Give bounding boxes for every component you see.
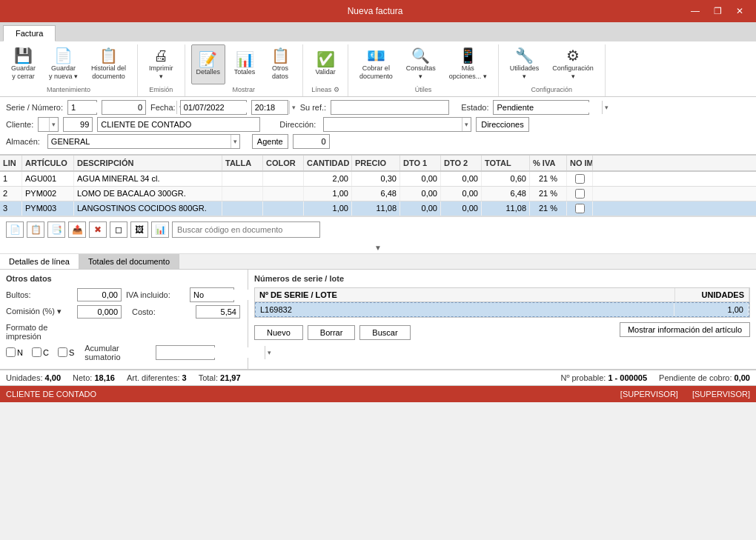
col-descripcion: DESCRIPCIÓN (74, 156, 222, 170)
btn-imprimir[interactable]: 🖨 Imprimir▾ (144, 44, 179, 84)
btn-guardar-nueva[interactable]: 📄 Guardary nueva ▾ (44, 44, 83, 84)
col-dto2: DTO 2 (441, 156, 482, 170)
btn-historial[interactable]: 📋 Historial deldocumento (86, 44, 131, 84)
search-input[interactable] (172, 221, 320, 238)
cliente-arrow[interactable]: ▾ (49, 118, 58, 131)
cell-color (263, 201, 304, 216)
numero-input[interactable] (102, 100, 146, 115)
direcciones-button[interactable]: Direcciones (476, 117, 528, 132)
btn-nuevo[interactable]: Nuevo (254, 325, 303, 340)
hora-input[interactable] (251, 100, 288, 115)
tab-totales-documento[interactable]: Totales del documento (79, 254, 179, 269)
btn-configuracion[interactable]: ⚙ Configuración▾ (547, 44, 599, 84)
serial-row[interactable]: L169832 1,00 (255, 302, 749, 317)
btn-detalles[interactable]: 📝 Detalles (191, 44, 226, 84)
toolbar-image-btn[interactable]: 🖼 (130, 221, 148, 238)
agente-value-input[interactable] (293, 134, 330, 149)
estado-arrow[interactable]: ▾ (602, 101, 611, 114)
formato-impresion-row: Formato de impresión (6, 323, 242, 341)
estado-dropdown[interactable]: ▾ (493, 100, 589, 115)
noimp-checkbox[interactable] (575, 189, 585, 199)
ivainc-dropdown[interactable]: ▾ (190, 287, 234, 302)
validar-icon: ✅ (316, 52, 335, 67)
bultos-input[interactable] (77, 288, 122, 301)
btn-utilidades[interactable]: 🔧 Utilidades▾ (505, 44, 545, 84)
scroll-indicator: ▼ (0, 242, 756, 254)
tab-factura[interactable]: Factura (3, 25, 56, 41)
maximize-button[interactable]: ❐ (707, 4, 728, 19)
total-status: Total: 21,97 (199, 373, 241, 382)
serie-dropdown[interactable]: ▾ (67, 100, 97, 115)
cell-iva: 21 % (530, 172, 567, 186)
tab-detalles-linea[interactable]: Detalles de línea (0, 254, 79, 269)
detalles-icon: 📝 (199, 52, 217, 67)
almacen-input[interactable] (48, 136, 231, 147)
agente-button[interactable]: Agente (252, 134, 288, 149)
costo-input[interactable] (196, 305, 240, 319)
btn-borrar[interactable]: Borrar (308, 325, 356, 340)
almacen-arrow[interactable]: ▾ (231, 135, 239, 148)
cliente-nombre-input[interactable] (97, 117, 260, 132)
cell-cantidad: 1,00 (304, 201, 352, 216)
btn-otros-datos[interactable]: 📋 Otrosdatos (264, 44, 296, 84)
acumular-dropdown[interactable]: ▾ (156, 345, 215, 360)
table-row[interactable]: 1 AGU001 AGUA MINERAL 34 cl. 2,00 0,30 0… (0, 172, 756, 187)
consultas-icon: 🔍 (411, 48, 430, 63)
nprobable-status: Nº probable: 1 - 000005 (560, 373, 647, 382)
toolbar-export-btn[interactable]: 📤 (68, 221, 86, 238)
cliente-num-input[interactable] (63, 117, 93, 132)
toolbar-new-btn[interactable]: 📄 (6, 221, 24, 238)
serial-actions: Nuevo Borrar Buscar Mostrar información … (254, 322, 750, 340)
check-n[interactable] (6, 347, 16, 357)
btn-validar[interactable]: ✅ Validar (309, 44, 342, 84)
fecha-label: Fecha: (150, 103, 176, 112)
btn-mas-opciones[interactable]: 📱 Másopciones... ▾ (444, 44, 492, 84)
check-n-label: N (6, 347, 23, 357)
print-icon: 🖨 (153, 48, 168, 63)
minimize-button[interactable]: — (685, 4, 706, 19)
table-row[interactable]: 2 PYM002 LOMO DE BACALAO 300GR. 1,00 6,4… (0, 187, 756, 201)
toolbar-paste-btn[interactable]: 📑 (47, 221, 65, 238)
btn-buscar[interactable]: Buscar (359, 325, 410, 340)
fecha-arrow[interactable]: ▾ (289, 101, 298, 114)
col-articulo: ARTÍCULO (22, 156, 74, 170)
group-label-utiles: Útiles (354, 84, 492, 93)
toolbar-chart-btn[interactable]: 📊 (151, 221, 169, 238)
check-c[interactable] (32, 347, 42, 357)
direccion-input[interactable] (324, 119, 462, 130)
direccion-arrow[interactable]: ▾ (462, 118, 471, 131)
noimp-checkbox[interactable] (575, 174, 585, 184)
close-button[interactable]: ✕ (729, 4, 750, 19)
col-noimp: NO IMP. (567, 156, 593, 170)
btn-guardar-cerrar[interactable]: 💾 Guardary cerrar (6, 44, 41, 84)
direccion-dropdown[interactable]: ▾ (323, 117, 471, 132)
comision-input[interactable] (77, 305, 122, 319)
cell-precio: 6,48 (352, 187, 400, 201)
suref-input[interactable] (331, 100, 449, 115)
toolbar-blank-btn[interactable]: ◻ (110, 221, 127, 238)
otros-datos-icon: 📋 (271, 48, 290, 63)
almacen-dropdown[interactable]: ▾ (47, 134, 240, 149)
btn-cobrar[interactable]: 💶 Cobrar eldocumento (354, 44, 398, 84)
suref-label: Su ref.: (300, 103, 326, 112)
cell-color (263, 187, 304, 201)
btn-totales[interactable]: 📊 Totales (228, 44, 261, 84)
toolbar-delete-btn[interactable]: ✖ (89, 221, 107, 238)
cliente-type-input[interactable] (39, 119, 49, 130)
cell-total: 0,60 (482, 172, 530, 186)
ribbon-group-configuracion: 🔧 Utilidades▾ ⚙ Configuración▾ Configura… (499, 44, 606, 96)
table-header: LIN ARTÍCULO DESCRIPCIÓN TALLA COLOR CAN… (0, 155, 756, 172)
table-row[interactable]: 3 PYM003 LANGOSTINOS COCIDOS 800GR. 1,00… (0, 201, 756, 216)
pendiente-cobro-status: Pendiente de cobro: 0,00 (659, 373, 750, 382)
btn-consultas[interactable]: 🔍 Consultas▾ (401, 44, 441, 84)
fecha-dropdown[interactable]: ▾ (180, 100, 247, 115)
btn-mostrar-info[interactable]: Mostrar información del artículo (620, 322, 750, 337)
check-s[interactable] (58, 347, 67, 357)
ribbon-group-utiles: 💶 Cobrar eldocumento 🔍 Consultas▾ 📱 Máso… (348, 44, 499, 96)
noimp-checkbox[interactable] (575, 204, 585, 213)
cell-lin: 1 (0, 172, 22, 186)
cliente-dropdown[interactable]: ▾ (38, 117, 59, 132)
toolbar-copy-btn[interactable]: 📋 (27, 221, 44, 238)
estado-input[interactable] (494, 102, 602, 113)
cliente-label: Cliente: (6, 120, 33, 129)
